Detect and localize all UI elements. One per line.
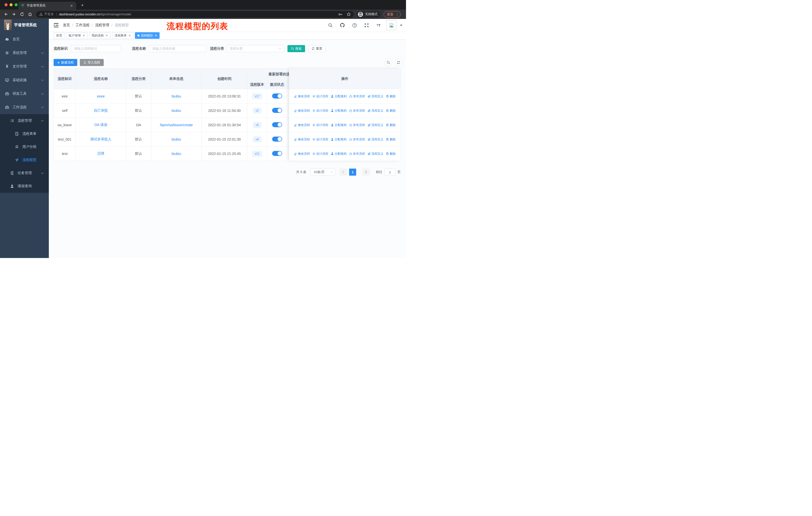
avatar[interactable] bbox=[386, 20, 397, 30]
op-delete-link[interactable]: 删除 bbox=[386, 137, 396, 142]
form-info-link[interactable]: /bpm/oa/leave/create bbox=[160, 123, 193, 127]
tag-tenant[interactable]: 租户管理✕ bbox=[66, 32, 88, 39]
process-name-link[interactable]: 自己审批 bbox=[94, 108, 108, 112]
page-size-select[interactable]: 10条/页 bbox=[310, 168, 336, 175]
new-tab-button[interactable]: + bbox=[79, 2, 85, 8]
op-delete-link[interactable]: 删除 bbox=[386, 94, 396, 99]
process-name-link[interactable]: OA 请假 bbox=[94, 123, 107, 127]
op-design-process-link[interactable]: 设计流程 bbox=[312, 123, 328, 127]
op-modify-process-link[interactable]: 修改流程 bbox=[294, 152, 310, 156]
version-tag[interactable]: v5 bbox=[253, 122, 261, 128]
op-publish-process-link[interactable]: 发布流程 bbox=[349, 152, 365, 156]
security-label[interactable]: 不安全 bbox=[44, 12, 54, 17]
avatar-dropdown-icon[interactable] bbox=[400, 25, 403, 27]
fullscreen-icon[interactable] bbox=[362, 21, 371, 29]
op-process-definition-link[interactable]: 流程定义 bbox=[368, 137, 383, 142]
op-publish-process-link[interactable]: 发布流程 bbox=[349, 123, 365, 127]
home-icon[interactable] bbox=[27, 11, 33, 18]
process-name-link[interactable]: 滔博 bbox=[97, 152, 105, 156]
import-process-button[interactable]: 导入流程 bbox=[80, 59, 104, 66]
active-toggle[interactable] bbox=[272, 151, 282, 156]
sidebar-item-process-model[interactable]: 流程模型 bbox=[0, 154, 49, 166]
version-tag[interactable]: v21 bbox=[252, 151, 262, 157]
process-name-input[interactable]: 请输入流程名称 bbox=[149, 45, 206, 52]
window-close-button[interactable] bbox=[4, 3, 7, 6]
op-assign-rule-link[interactable]: 分配规则 bbox=[331, 109, 347, 113]
op-design-process-link[interactable]: 设计流程 bbox=[312, 137, 328, 142]
reset-button[interactable]: 重置 bbox=[308, 45, 326, 52]
sidebar-item-home[interactable]: 首页 bbox=[0, 32, 49, 46]
form-info-link[interactable]: biubiu bbox=[172, 152, 181, 156]
active-toggle[interactable] bbox=[272, 137, 282, 142]
next-page-button[interactable] bbox=[362, 168, 370, 175]
tag-home[interactable]: 首页 bbox=[54, 32, 65, 39]
tag-my-process[interactable]: 我的流程✕ bbox=[89, 32, 111, 39]
browser-menu-icon[interactable]: ⋮ bbox=[396, 12, 399, 17]
tab-close-icon[interactable]: ✕ bbox=[69, 4, 74, 8]
op-publish-process-link[interactable]: 发布流程 bbox=[349, 137, 365, 142]
active-toggle[interactable] bbox=[272, 93, 282, 99]
op-assign-rule-link[interactable]: 分配规则 bbox=[331, 137, 347, 142]
goto-page-input[interactable]: 1 bbox=[384, 168, 396, 175]
op-delete-link[interactable]: 删除 bbox=[386, 123, 396, 127]
update-label[interactable]: 更新 bbox=[387, 12, 394, 17]
app-logo[interactable]: 芋道管理系统 bbox=[0, 19, 49, 31]
op-process-definition-link[interactable]: 流程定义 bbox=[368, 123, 383, 127]
reload-icon[interactable] bbox=[19, 11, 25, 18]
address-bar[interactable]: 不安全 dashboard.yudao.iocoder.cn /bpm/mana… bbox=[36, 11, 354, 18]
refresh-table-button[interactable] bbox=[395, 59, 402, 66]
search-button[interactable]: 搜索 bbox=[287, 45, 305, 52]
process-key-input[interactable]: 请输入流程标识 bbox=[71, 45, 121, 52]
sidebar-collapse-icon[interactable] bbox=[53, 23, 59, 28]
breadcrumb-item[interactable]: 流程管理 bbox=[95, 23, 109, 27]
create-process-button[interactable]: 新建流程 bbox=[54, 59, 77, 66]
forward-icon[interactable] bbox=[10, 11, 17, 18]
form-info-link[interactable]: biubiu bbox=[172, 94, 181, 98]
op-publish-process-link[interactable]: 发布流程 bbox=[349, 109, 365, 113]
breadcrumb-item[interactable]: 工作流程 bbox=[76, 23, 90, 27]
op-publish-process-link[interactable]: 发布流程 bbox=[349, 94, 365, 99]
op-modify-process-link[interactable]: 修改流程 bbox=[294, 94, 310, 99]
op-delete-link[interactable]: 删除 bbox=[386, 152, 396, 156]
category-select[interactable]: 流程分类 bbox=[226, 45, 284, 52]
window-minimize-button[interactable] bbox=[9, 3, 12, 6]
version-tag[interactable]: v17 bbox=[252, 93, 262, 99]
op-assign-rule-link[interactable]: 分配规则 bbox=[331, 152, 347, 156]
op-modify-process-link[interactable]: 修改流程 bbox=[294, 137, 310, 142]
op-assign-rule-link[interactable]: 分配规则 bbox=[331, 94, 347, 99]
process-name-link[interactable]: 测试多审批人 bbox=[90, 137, 112, 141]
form-info-link[interactable]: biubiu bbox=[172, 109, 181, 113]
op-modify-process-link[interactable]: 修改流程 bbox=[294, 109, 310, 113]
bookmark-star-icon[interactable] bbox=[347, 12, 351, 17]
github-icon[interactable] bbox=[338, 21, 347, 29]
sidebar-item-user-group[interactable]: 用户分组 bbox=[0, 140, 49, 154]
op-modify-process-link[interactable]: 修改流程 bbox=[294, 123, 310, 127]
font-size-icon[interactable]: TT bbox=[374, 21, 383, 29]
tag-process-model[interactable]: 流程模型✕ bbox=[135, 32, 160, 39]
sidebar-item-workflow[interactable]: 工作流程 bbox=[0, 101, 49, 114]
op-process-definition-link[interactable]: 流程定义 bbox=[368, 94, 383, 99]
op-delete-link[interactable]: 删除 bbox=[386, 109, 396, 113]
tag-close-icon[interactable]: ✕ bbox=[154, 34, 157, 37]
update-button[interactable]: 更新 ⋮ bbox=[384, 11, 401, 18]
window-maximize-button[interactable] bbox=[14, 3, 18, 6]
form-info-link[interactable]: biubiu bbox=[172, 137, 181, 141]
op-process-definition-link[interactable]: 流程定义 bbox=[368, 152, 383, 156]
key-icon[interactable] bbox=[338, 12, 343, 17]
tag-close-icon[interactable]: ✕ bbox=[105, 34, 108, 37]
op-design-process-link[interactable]: 设计流程 bbox=[312, 109, 328, 113]
page-number-current[interactable]: 1 bbox=[349, 168, 356, 175]
tag-process-form[interactable]: 流程表单✕ bbox=[112, 32, 134, 39]
back-icon[interactable] bbox=[2, 11, 9, 18]
op-assign-rule-link[interactable]: 分配规则 bbox=[331, 123, 347, 127]
op-process-definition-link[interactable]: 流程定义 bbox=[368, 109, 383, 113]
active-toggle[interactable] bbox=[272, 108, 282, 113]
tag-close-icon[interactable]: ✕ bbox=[128, 34, 131, 37]
breadcrumb-item[interactable]: 首页 bbox=[63, 23, 70, 27]
version-tag[interactable]: v2 bbox=[253, 108, 261, 113]
op-design-process-link[interactable]: 设计流程 bbox=[312, 152, 328, 156]
sidebar-item-process-management[interactable]: 流程管理 bbox=[0, 114, 49, 127]
sidebar-item-payment[interactable]: ¥ 支付管理 bbox=[0, 60, 49, 73]
help-icon[interactable] bbox=[350, 21, 359, 29]
tag-close-icon[interactable]: ✕ bbox=[82, 34, 85, 37]
